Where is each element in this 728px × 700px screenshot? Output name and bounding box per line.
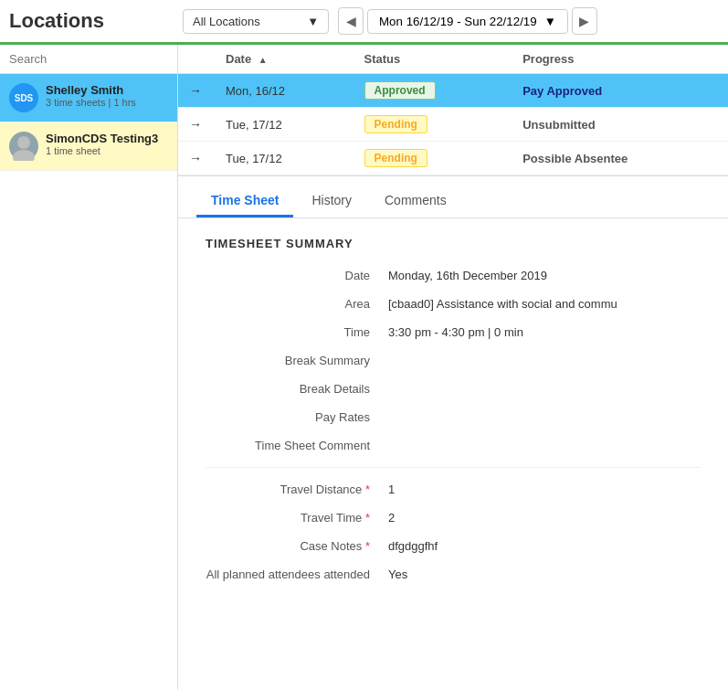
field-date: Date Monday, 16th December 2019 [206,269,701,282]
person-icon [9,132,38,161]
row-status: Approved [353,74,512,108]
next-date-button[interactable]: ▶ [572,7,597,35]
page-title: Locations [9,9,174,33]
right-content: Date ▲ Status Progress [178,45,728,690]
row-arrow: → [178,108,215,142]
sidebar-item-shelley[interactable]: SDS Shelley Smith 3 time sheets | 1 hrs [0,74,177,122]
search-input[interactable] [0,45,177,74]
main-layout: SDS Shelley Smith 3 time sheets | 1 hrs … [0,45,728,690]
top-bar: Locations All Locations ▼ ◀ Mon 16/12/19… [0,0,728,45]
location-select-label: All Locations [193,15,260,28]
date-range-button[interactable]: Mon 16/12/19 - Sun 22/12/19 ▼ [367,9,568,34]
sidebar-item-simon[interactable]: SimonCDS Testing3 1 time sheet [0,122,177,171]
svg-point-0 [17,136,30,149]
row-progress: Possible Absentee [512,142,728,175]
field-area: Area [cbaad0] Assistance with social and… [206,297,701,311]
table-row[interactable]: → Tue, 17/12 Pending Unsubmitted [178,108,728,142]
table-row[interactable]: → Tue, 17/12 Pending Possible Absentee [178,142,728,175]
sidebar: SDS Shelley Smith 3 time sheets | 1 hrs … [0,45,178,690]
person-name-simon: SimonCDS Testing3 [46,132,158,145]
col-status: Status [353,45,512,74]
row-date: Tue, 17/12 [215,142,353,175]
date-navigation: ◀ Mon 16/12/19 - Sun 22/12/19 ▼ ▶ [338,7,597,35]
person-name-shelley: Shelley Smith [46,83,136,97]
tab-timesheet[interactable]: Time Sheet [196,184,293,217]
field-planned-attendees: All planned attendees attended Yes [206,567,701,581]
field-travel-time: Travel Time 2 [206,511,701,525]
col-arrow [178,45,215,74]
detail-panel: TIMESHEET SUMMARY Date Monday, 16th Dece… [178,218,728,614]
person-meta-shelley: 3 time sheets | 1 hrs [46,97,136,108]
field-case-notes: Case Notes dfgdggfhf [206,539,701,553]
tab-history[interactable]: History [297,184,366,217]
location-dropdown-icon: ▼ [307,15,319,28]
table-area: Date ▲ Status Progress [178,45,728,176]
svg-point-1 [13,150,35,161]
date-range-dropdown-icon: ▼ [544,15,556,28]
prev-date-button[interactable]: ◀ [338,7,364,35]
row-arrow: → [178,142,215,175]
row-date: Mon, 16/12 [215,74,353,108]
row-status: Pending [353,108,512,142]
field-timesheet-comment: Time Sheet Comment [206,439,701,452]
field-time: Time 3:30 pm - 4:30 pm | 0 min [206,325,701,339]
avatar-simon [9,132,38,161]
row-progress: Pay Approved [512,74,728,108]
field-break-summary: Break Summary [206,354,701,367]
person-meta-simon: 1 time sheet [46,145,158,156]
field-travel-distance: Travel Distance 1 [206,483,701,496]
col-date[interactable]: Date ▲ [215,45,353,74]
divider [206,467,701,468]
location-select[interactable]: All Locations ▼ [183,9,329,34]
row-progress: Unsubmitted [512,108,728,142]
date-range-label: Mon 16/12/19 - Sun 22/12/19 [379,15,537,28]
row-date: Tue, 17/12 [215,108,353,142]
row-status: Pending [353,142,512,175]
col-progress: Progress [512,45,728,74]
row-arrow: → [178,74,215,108]
table-row[interactable]: → Mon, 16/12 Approved Pay Approved [178,74,728,108]
tab-comments[interactable]: Comments [370,184,461,217]
sort-icon: ▲ [258,55,268,65]
timesheets-table: Date ▲ Status Progress [178,45,728,175]
field-pay-rates: Pay Rates [206,410,701,424]
field-break-details: Break Details [206,382,701,396]
tabs-bar: Time Sheet History Comments [178,184,728,218]
section-title: TIMESHEET SUMMARY [206,237,701,250]
avatar-shelley: SDS [9,83,38,112]
